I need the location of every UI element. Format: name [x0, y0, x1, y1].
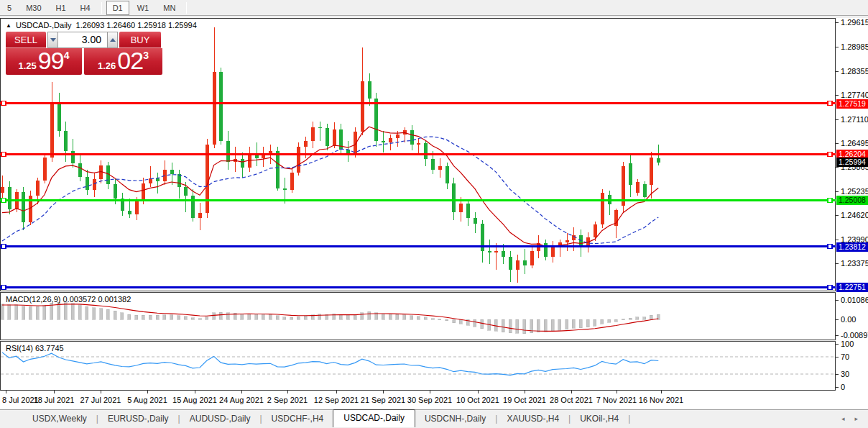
price-line-tag: 1.25994 — [836, 158, 868, 167]
macd-main-value: 0.003572 — [63, 295, 96, 304]
price-axis-label: 1.23375 — [841, 259, 868, 268]
date-tick — [336, 391, 337, 393]
tab-separator: | — [628, 414, 630, 427]
date-tick — [195, 391, 195, 393]
axis-tick — [836, 374, 839, 375]
date-axis-label: 2 Sep 2021 — [267, 396, 308, 404]
price-line-tag: 1.23812 — [836, 242, 868, 252]
tab-scroll-right-icon[interactable]: ▸ — [854, 415, 858, 422]
date-tick — [661, 391, 662, 393]
date-tick — [147, 391, 148, 393]
date-axis-label: 19 Oct 2021 — [503, 396, 546, 404]
timeframe-button-H1[interactable]: H1 — [50, 1, 73, 15]
chart-tab-audusd-daily[interactable]: AUDUSD-,Daily — [180, 411, 260, 427]
timeframe-toolbar: 5M30H1H4D1W1MN — [0, 0, 868, 16]
triangle-up-icon — [110, 38, 116, 42]
date-tick — [430, 391, 430, 393]
chart-tab-usdcad-daily[interactable]: USDCAD-,Daily — [333, 409, 415, 427]
horizontal-lines[interactable] — [0, 101, 836, 290]
date-tick — [241, 391, 242, 393]
axis-tick — [836, 319, 839, 320]
date-tick — [478, 391, 479, 393]
sell-price-prefix: 1.25 — [19, 60, 37, 71]
date-axis-label: 10 Oct 2021 — [456, 396, 499, 404]
volume-decrease-button[interactable] — [47, 32, 58, 48]
chart-tab-usdcnh-daily[interactable]: USDCNH-,Daily — [415, 411, 495, 427]
timeframe-button-W1[interactable]: W1 — [131, 1, 156, 15]
rsi-axis-label: 100 — [841, 340, 854, 348]
axis-tick — [836, 240, 839, 240]
timeframe-button-5[interactable]: 5 — [1, 1, 18, 15]
chart-title: ▲ USDCAD-,Daily 1.26093 1.26460 1.25918 … — [6, 21, 197, 29]
one-click-trade-panel: SELL 3.00 BUY 1.25 99 4 1.26 02 3 — [6, 32, 162, 75]
price-axis-label: 1.28985 — [841, 42, 868, 51]
terminal-window: 5M30H1H4D1W1MN ▲ USDCAD-,Daily 1.26093 1… — [0, 0, 868, 428]
price-axis-label: 1.27740 — [841, 91, 868, 99]
axis-tick — [836, 215, 839, 216]
date-tick — [525, 391, 525, 393]
toolbar-separator — [186, 2, 187, 14]
date-axis-label: 21 Sep 2021 — [361, 396, 405, 404]
chart-area: ▲ USDCAD-,Daily 1.26093 1.26460 1.25918 … — [0, 18, 868, 409]
chart-tab-usdx-weekly[interactable]: USDX,Weekly — [23, 411, 96, 427]
price-axis-label: 1.28355 — [841, 67, 868, 76]
axis-tick — [836, 71, 839, 72]
axis-tick — [836, 95, 839, 96]
timeframe-button-M30[interactable]: M30 — [19, 1, 47, 15]
price-line-tag: 1.22751 — [836, 283, 868, 292]
axis-tick — [836, 387, 839, 388]
date-axis-label: 24 Aug 2021 — [219, 396, 264, 404]
macd-signal-value: 0.001382 — [98, 295, 131, 304]
axis-tick — [836, 263, 839, 264]
volume-increase-button[interactable] — [107, 32, 118, 48]
tab-scroll-left-icon[interactable]: ◂ — [841, 415, 845, 422]
sell-price-big-digits: 99 — [38, 49, 64, 73]
chart-tab-eurusd-daily[interactable]: EURUSD-,Daily — [98, 411, 178, 427]
buy-price-display[interactable]: 1.26 02 3 — [84, 48, 162, 75]
chart-tab-ukoil-h4[interactable]: UKOil-,H4 — [571, 411, 628, 427]
date-tick — [383, 391, 384, 393]
timeframe-button-H4[interactable]: H4 — [74, 1, 97, 15]
axis-tick — [836, 143, 839, 144]
rsi-indicator-label: RSI(14) 63.7745 — [6, 344, 64, 352]
date-axis-label: 18 Jul 2021 — [34, 396, 75, 404]
sell-price-display[interactable]: 1.25 99 4 — [6, 48, 82, 75]
rsi-line — [2, 352, 658, 375]
ma-slow-line — [2, 137, 658, 244]
date-axis-label: 12 Sep 2021 — [314, 396, 359, 404]
date-tick — [617, 391, 617, 393]
chart-tab-xauusd-h4[interactable]: XAUUSD-,H4 — [497, 411, 568, 427]
timeframe-button-MN[interactable]: MN — [157, 1, 182, 15]
date-tick — [54, 391, 55, 393]
axis-tick — [836, 300, 839, 301]
buy-price-pip-digit: 3 — [143, 50, 149, 61]
rsi-axis-label: 70 — [841, 352, 849, 361]
macd-axis-label: 0.010869 — [841, 296, 868, 304]
buy-price-big-digits: 02 — [117, 49, 143, 73]
axis-tick — [836, 357, 839, 358]
chart-tab-usdchf-h4[interactable]: USDCHF-,H4 — [262, 411, 333, 427]
rsi-axis-label: 30 — [841, 370, 849, 378]
chart-tab-bar: USDX,Weekly|EURUSD-,Daily|AUDUSD-,Daily|… — [0, 409, 868, 427]
buy-button[interactable]: BUY — [119, 32, 161, 48]
axis-tick — [836, 344, 839, 345]
price-line-tag: 1.27519 — [836, 99, 868, 109]
date-tick — [571, 391, 572, 393]
date-axis-label: 16 Nov 2021 — [639, 396, 683, 404]
sell-button[interactable]: SELL — [6, 32, 46, 48]
date-axis-label: 27 Jul 2021 — [80, 396, 121, 404]
timeframe-button-D1[interactable]: D1 — [106, 1, 129, 15]
date-axis-label: 15 Aug 2021 — [172, 396, 217, 404]
volume-input[interactable]: 3.00 — [58, 32, 107, 48]
price-axis-label: 1.24620 — [841, 211, 868, 219]
buy-price-prefix: 1.26 — [98, 60, 116, 71]
rsi-value: 63.7745 — [35, 344, 64, 352]
triangle-down-icon — [50, 38, 56, 42]
collapse-panel-icon[interactable]: ▲ — [6, 22, 11, 29]
price-axis-label: 1.25235 — [841, 187, 868, 196]
date-axis-label: 5 Aug 2021 — [127, 396, 167, 404]
macd-axis-label: -0.008974 — [841, 331, 868, 340]
date-tick — [101, 391, 101, 393]
price-axis-label: 1.26495 — [841, 139, 868, 147]
date-axis-label: 30 Sep 2021 — [407, 396, 452, 404]
